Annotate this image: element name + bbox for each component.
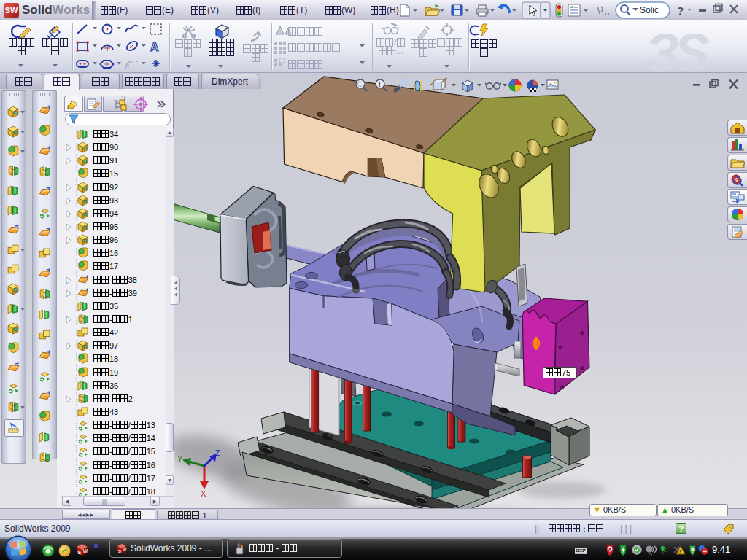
svg-text:X: X (201, 489, 206, 498)
svg-text:W: W (83, 548, 88, 553)
svg-text:S: S (78, 550, 82, 555)
svg-text:?: ? (677, 4, 684, 17)
svg-text:Z: Z (215, 448, 220, 457)
svg-text:Solic: Solic (640, 5, 659, 15)
svg-text:Y: Y (177, 454, 183, 463)
svg-text:W: W (123, 548, 127, 552)
svg-text:ЗS: ЗS (645, 23, 710, 72)
svg-text:S: S (118, 549, 121, 553)
svg-text:A: A (150, 41, 159, 53)
svg-text:!: ! (379, 81, 381, 88)
